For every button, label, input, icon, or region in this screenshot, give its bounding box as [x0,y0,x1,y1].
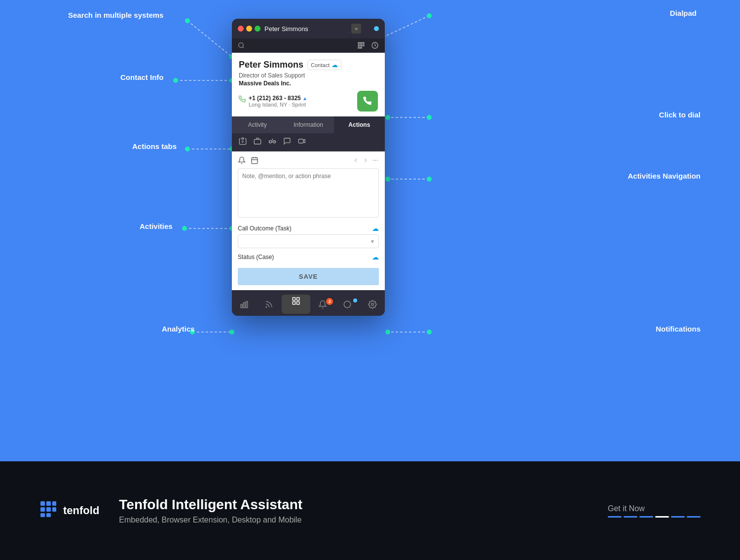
annotation-dialpad: Dialpad [670,9,697,17]
close-button[interactable] [238,26,244,32]
chat-icon[interactable] [283,137,291,147]
briefcase-icon[interactable] [254,137,261,147]
add-tab-button[interactable]: + [351,24,361,34]
nav-more-icon[interactable] [372,157,379,164]
status-label: Status (Case) ☁ [238,253,379,261]
call-outcome-select[interactable] [238,234,379,248]
svg-rect-54 [293,298,295,300]
nav-icons [357,41,379,49]
annotation-actions-tabs: Actions tabs [132,142,177,150]
svg-point-13 [185,147,190,151]
dial-button[interactable] [357,91,378,112]
dialpad-icon[interactable] [357,41,365,49]
svg-rect-30 [361,42,362,44]
contact-phone-row: +1 (212) 263 - 8325 ▲ Long Island, NY · … [239,91,378,112]
cta-area[interactable]: Get it Now [608,504,701,518]
tabs-row: Activity Information Actions [232,116,385,133]
svg-rect-52 [246,301,248,308]
nav-analytics[interactable] [232,300,257,309]
status-dot [374,26,379,31]
phone-number: +1 (212) 263 - 8325 ▲ [249,95,307,102]
nav-circle[interactable] [335,300,360,309]
annotation-click-to-dial: Click to dial [659,111,701,119]
svg-rect-39 [254,140,260,144]
status-sf-icon: ☁ [372,253,379,261]
annotation-search: Search in multiple systems [68,11,163,19]
circle-icon [343,300,352,309]
call-outcome-label: Call Outcome (Task) ☁ [238,224,379,232]
svg-rect-42 [298,139,303,143]
svg-rect-65 [52,507,56,512]
nav-dots: · · · [290,306,302,312]
main-content: Call Outcome (Task) ☁ ▼ Status (Case) ☁ … [232,151,385,290]
svg-point-59 [371,303,374,305]
contact-name: Peter Simmons [239,60,303,70]
logo-text: tenfold [63,504,99,517]
dot-3 [639,516,653,518]
dial-phone-icon [363,97,372,106]
dot-6 [687,516,701,518]
video-icon[interactable] [298,137,306,147]
svg-point-10 [427,115,432,120]
svg-rect-34 [363,45,364,46]
annotation-activities-nav: Activities Navigation [628,172,701,180]
svg-rect-32 [358,45,360,46]
annotation-contact-info: Contact Info [120,73,164,81]
act-left-icons [238,156,259,164]
nav-feed[interactable] [257,300,281,309]
cta-text: Get it Now [608,504,701,513]
binoculars-icon[interactable] [268,137,276,147]
svg-rect-61 [46,501,51,506]
window-title: Peter Simmons [264,25,347,33]
svg-rect-29 [358,42,360,44]
nav-bell[interactable]: 2 [310,300,335,309]
contact-company: Massive Deals Inc. [239,80,378,87]
tagline-area: Tenfold Intelligent Assistant Embedded, … [119,497,302,524]
svg-point-7 [173,78,178,83]
bottom-nav-bar: · · · 2 [232,290,385,316]
bell-small-icon[interactable] [238,156,246,164]
tab-actions[interactable]: Actions [334,116,385,133]
online-status-dot [353,299,357,302]
svg-rect-51 [244,302,245,308]
tab-information[interactable]: Information [283,116,333,133]
svg-rect-55 [296,298,299,300]
phone-icon [239,96,246,104]
dot-5 [671,516,685,518]
nav-back-icon[interactable] [352,157,359,164]
contact-area: Peter Simmons Contact ☁ Director of Sale… [232,53,385,116]
annotation-analytics: Analytics [162,325,195,333]
search-input-wrap[interactable] [238,42,248,49]
nav-grid[interactable]: · · · [282,295,310,314]
maximize-button[interactable] [255,26,260,32]
contact-title: Director of Sales Support [239,72,378,79]
cta-dots [608,516,701,518]
note-textarea[interactable] [238,168,379,218]
svg-rect-43 [252,158,258,164]
dot-4 [655,516,669,518]
widget-window: Peter Simmons + [232,19,385,316]
svg-rect-64 [46,507,51,512]
svg-rect-56 [293,302,295,304]
svg-point-27 [239,43,243,47]
calendar-icon[interactable] [251,156,259,164]
svg-point-47 [373,160,373,160]
svg-rect-38 [242,138,244,139]
svg-rect-50 [241,304,242,308]
call-outcome-wrap: ▼ [238,234,379,248]
top-section: Search in multiple systems Dialpad Conta… [0,0,740,461]
svg-line-28 [243,47,244,48]
minimize-button[interactable] [246,26,252,32]
svg-point-26 [385,330,390,335]
save-button[interactable]: SAVE [238,268,379,285]
tab-activity[interactable]: Activity [232,116,283,133]
clipboard-icon[interactable] [239,137,247,147]
nav-gear[interactable] [360,300,385,309]
phone-info: +1 (212) 263 - 8325 ▲ Long Island, NY · … [239,95,307,108]
svg-point-16 [427,177,432,182]
dot-1 [608,516,622,518]
history-icon[interactable] [371,41,379,49]
contact-badge-text: Contact [311,62,330,68]
svg-rect-57 [296,302,299,304]
nav-forward-icon[interactable] [362,157,369,164]
